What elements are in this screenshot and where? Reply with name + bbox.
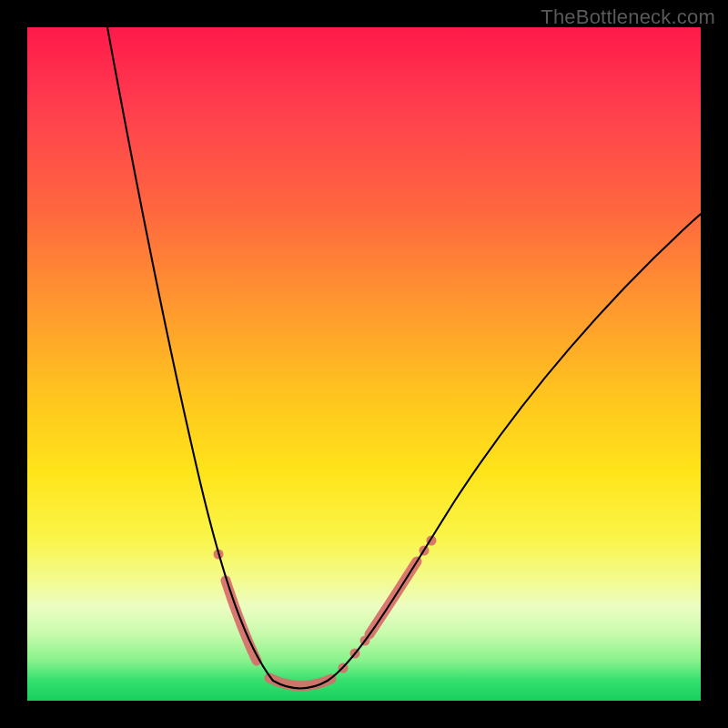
chart-frame: TheBottleneck.com [0, 0, 728, 728]
highlight-trough [269, 678, 331, 686]
watermark: TheBottleneck.com [541, 5, 715, 29]
curve-layer [27, 27, 701, 701]
plot-area [27, 27, 701, 701]
